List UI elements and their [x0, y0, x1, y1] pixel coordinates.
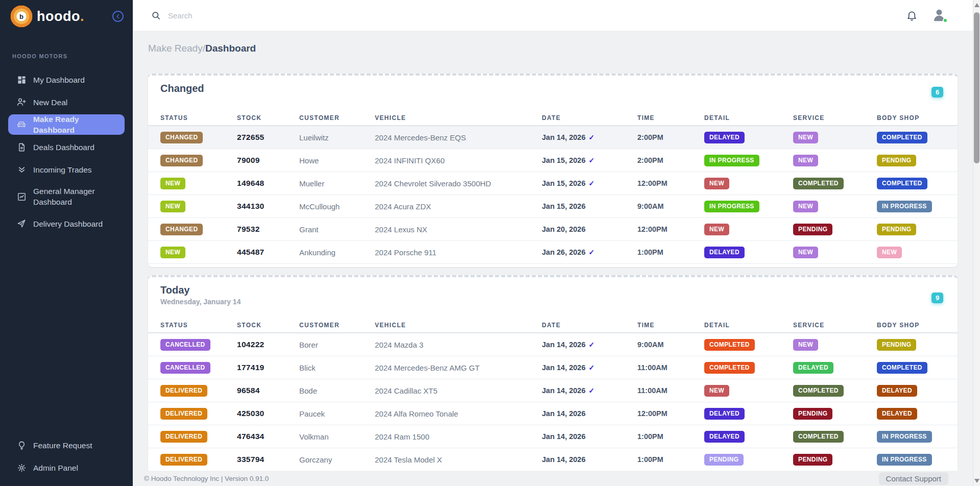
detail-status-badge: PENDING	[704, 454, 744, 466]
table-row[interactable]: CHANGED272655Lueilwitz2024 Mercedes-Benz…	[148, 126, 958, 149]
service-status-badge: DELAYED	[793, 362, 833, 374]
date-cell: Jan 15, 2026✓	[542, 179, 637, 187]
sidebar-item-incoming-trades[interactable]: Incoming Trades	[0, 158, 133, 181]
table-row[interactable]: CHANGED79009Howe2024 INFINITI QX60Jan 15…	[148, 149, 958, 172]
service-status-badge: NEW	[793, 201, 818, 212]
body-shop-status-badge: IN PROGRESS	[877, 201, 932, 212]
table-row[interactable]: DELIVERED96584Bode2024 Cadillac XT5Jan 1…	[148, 379, 958, 402]
status-badge: DELIVERED	[160, 385, 207, 397]
scroll-up-arrow-icon[interactable]	[974, 3, 979, 7]
customer-cell: Borer	[299, 341, 375, 349]
section-title: Changed	[160, 83, 945, 94]
contact-support-button[interactable]: Contact Support	[879, 472, 948, 485]
footer-bar: © Hoodo Technology Inc | Version 0.91.0 …	[133, 471, 973, 486]
body-shop-status-badge: NEW	[877, 247, 902, 258]
sidebar-item-delivery-dashboard[interactable]: Delivery Dashboard	[0, 212, 133, 235]
time-cell: 1:00PM	[637, 248, 704, 256]
sidebar-item-label: Delivery Dashboard	[33, 218, 103, 229]
stock-cell: 96584	[237, 386, 299, 395]
date-confirmed-check-icon: ✓	[588, 363, 594, 372]
sidebar-item-make-ready-dashboard[interactable]: Make Ready Dashboard	[8, 114, 125, 135]
sidebar-item-label: Deals Dashboard	[33, 142, 94, 153]
card-header: Changed	[148, 76, 958, 94]
sidebar-collapse-button[interactable]	[112, 11, 124, 22]
customer-cell: Volkman	[299, 432, 375, 441]
stock-cell: 344130	[237, 202, 299, 211]
sidebar-item-admin-panel[interactable]: Admin Panel	[0, 456, 133, 479]
sidebar-item-my-dashboard[interactable]: My Dashboard	[0, 68, 133, 91]
date-confirmed-check-icon: ✓	[588, 386, 594, 395]
table-row[interactable]: CANCELLED104222Borer2024 Mazda 3Jan 14, …	[148, 333, 958, 356]
user-avatar[interactable]	[931, 7, 947, 23]
vehicle-cell: 2024 Cadillac XT5	[375, 386, 542, 395]
vehicle-cell: 2024 Ram 1500	[375, 432, 542, 441]
sidebar: b hoodo. HOODO MOTORS My DashboardNew De…	[0, 0, 133, 486]
column-header-stock: STOCK	[237, 322, 299, 329]
status-badge: NEW	[160, 247, 185, 258]
vehicle-cell: 2024 Acura ZDX	[375, 202, 542, 211]
vehicle-cell: 2024 Mercedes-Benz EQS	[375, 133, 542, 142]
customer-cell: McCullough	[299, 202, 375, 211]
table-row[interactable]: NEW344130McCullough2024 Acura ZDXJan 15,…	[148, 195, 958, 218]
search-input[interactable]	[168, 11, 383, 20]
table-row[interactable]: NEW149648Mueller2024 Chevrolet Silverado…	[148, 172, 958, 195]
vehicle-cell: 2024 Chevrolet Silverado 3500HD	[375, 179, 542, 188]
breadcrumb-page: Dashboard	[205, 43, 256, 54]
date-cell: Jan 26, 2026✓	[542, 248, 637, 256]
table-row[interactable]: CHANGED79532Grant2024 Lexus NXJan 20, 20…	[148, 218, 958, 241]
column-header-time: TIME	[637, 114, 704, 121]
table-row[interactable]: DELIVERED476434Volkman2024 Ram 1500Jan 1…	[148, 425, 958, 448]
scroll-down-arrow-icon[interactable]	[974, 479, 979, 483]
column-header-date: DATE	[542, 114, 637, 121]
table-header-row: STATUSSTOCKCUSTOMERVEHICLEDATETIMEDETAIL…	[148, 111, 958, 126]
sidebar-footer-menu: Feature RequestAdmin Panel	[0, 434, 133, 479]
vehicle-cell: 2024 Porsche 911	[375, 248, 542, 257]
sidebar-item-feature-request[interactable]: Feature Request	[0, 434, 133, 456]
time-cell: 12:00PM	[637, 179, 704, 187]
customer-cell: Lueilwitz	[299, 133, 375, 142]
time-cell: 9:00AM	[637, 202, 704, 210]
vehicle-cell: 2024 Tesla Model X	[375, 455, 542, 464]
service-status-badge: PENDING	[793, 408, 832, 420]
status-badge: CHANGED	[160, 132, 203, 143]
date-cell: Jan 14, 2026✓	[542, 133, 637, 141]
user-plus-icon	[16, 97, 27, 107]
detail-status-badge: DELAYED	[704, 247, 745, 258]
date-cell: Jan 14, 2026	[542, 432, 637, 441]
table-row[interactable]: NEW445487Ankunding2024 Porsche 911Jan 26…	[148, 241, 958, 264]
chart-icon	[16, 191, 27, 202]
date-cell: Jan 15, 2026✓	[542, 156, 637, 164]
grid-icon	[16, 75, 27, 85]
date-cell: Jan 14, 2026	[542, 455, 637, 464]
breadcrumb-section: Make Ready/	[148, 43, 205, 54]
customer-cell: Grant	[299, 225, 375, 234]
stock-cell: 104222	[237, 340, 299, 349]
notifications-bell-icon[interactable]	[906, 10, 918, 21]
search-bar	[133, 11, 906, 20]
section-card-changed: Changed6STATUSSTOCKCUSTOMERVEHICLEDATETI…	[148, 74, 958, 267]
customer-cell: Mueller	[299, 179, 375, 188]
logo: b hoodo.	[0, 0, 133, 33]
sidebar-item-new-deal[interactable]: New Deal	[0, 91, 133, 113]
detail-status-badge: NEW	[704, 385, 729, 397]
scrollbar-thumb[interactable]	[974, 12, 979, 163]
column-header-service: SERVICE	[793, 114, 877, 121]
service-status-badge: COMPLETED	[793, 385, 844, 397]
table-row[interactable]: DELIVERED335794Gorczany2024 Tesla Model …	[148, 448, 958, 471]
table-row[interactable]: DELIVERED425030Paucek2024 Alfa Romeo Ton…	[148, 402, 958, 425]
stock-cell: 79009	[237, 156, 299, 165]
sidebar-item-general-manager-dashboard[interactable]: General Manager Dashboard	[0, 181, 133, 212]
customer-cell: Gorczany	[299, 455, 375, 464]
body-shop-status-badge: IN PROGRESS	[877, 454, 932, 466]
body-shop-status-badge: COMPLETED	[877, 362, 927, 374]
detail-status-badge: DELAYED	[704, 132, 745, 143]
vertical-scrollbar[interactable]	[973, 0, 980, 486]
chevron-left-icon	[115, 13, 121, 19]
detail-status-badge: DELAYED	[704, 431, 745, 443]
sidebar-item-label: General Manager Dashboard	[33, 186, 120, 207]
topbar-actions	[906, 7, 973, 23]
vehicle-cell: 2024 INFINITI QX60	[375, 156, 542, 165]
table-row[interactable]: CANCELLED177419Blick2024 Mercedes-Benz A…	[148, 356, 958, 379]
date-cell: Jan 14, 2026✓	[542, 341, 637, 349]
sidebar-item-deals-dashboard[interactable]: Deals Dashboard	[0, 136, 133, 158]
